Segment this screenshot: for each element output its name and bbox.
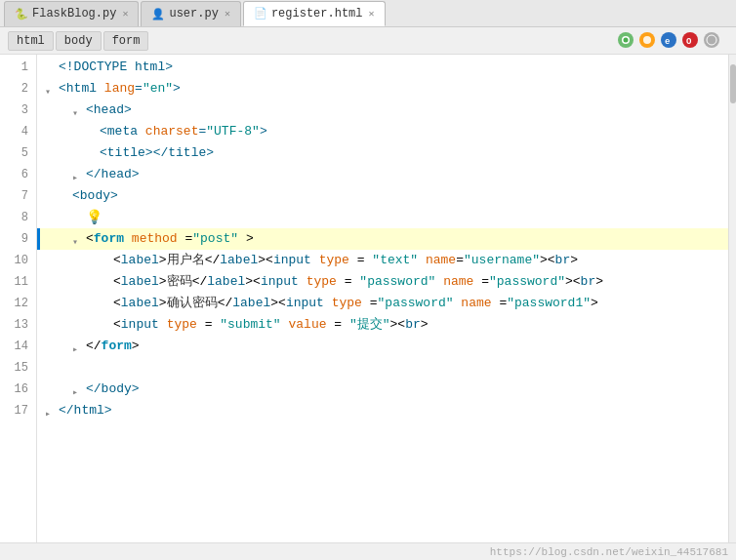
code-line-5: <title></title> [37,142,728,164]
svg-point-9 [704,32,719,48]
line1-content: <!DOCTYPE html> [59,57,173,78]
scrollbar[interactable] [728,55,736,560]
line-num-6: 6 [0,164,28,185]
line-num-8: 8 [0,207,28,228]
line5-content: <title></title> [100,142,214,164]
fold-arrow-9[interactable]: ▾ [72,232,86,246]
code-line-10: <label>用户名</label><input type = "text" n… [37,250,728,271]
line-num-1: 1 [0,57,28,78]
line-num-3: 3 [0,100,28,121]
firefox-icon [638,31,656,49]
tab-register-label: register.html [271,7,363,20]
chrome-icon [617,31,634,49]
code-line-11: <label>密码</label><input type = "password… [37,271,728,293]
fold-arrow-16[interactable]: ▸ [72,382,86,396]
line-num-13: 13 [0,314,28,336]
line16-content: </body> [86,379,140,400]
line-numbers: 1 2 3 4 5 6 7 8 9 10 11 12 13 14 15 16 1… [0,55,37,560]
breadcrumb-body[interactable]: body [56,31,102,51]
line-num-2: 2 [0,78,28,100]
line-num-10: 10 [0,250,28,271]
code-line-2: ▾ <html lang="en"> [37,78,728,100]
tab-flaskblog[interactable]: 🐍 FlaskBlog.py ✕ [4,1,139,26]
code-line-1: <!DOCTYPE html> [37,57,728,78]
bottom-url: https://blog.csdn.net/weixin_44517681 [490,546,728,558]
line-num-9: 9 [0,228,28,250]
editor-main: 1 2 3 4 5 6 7 8 9 10 11 12 13 14 15 16 1… [0,55,736,560]
line-num-16: 16 [0,379,28,400]
python-icon-2: 👤 [151,8,165,20]
line17-content: </html> [59,400,112,421]
fold-arrow-3[interactable]: ▾ [72,103,86,117]
tab-user-close[interactable]: ✕ [225,8,230,20]
fold-arrow-14[interactable]: ▸ [72,340,86,353]
line12-content: <label>确认密码</label><input type ="passwor… [113,293,598,314]
code-line-8: 💡 [37,207,728,228]
fold-arrow-2[interactable]: ▾ [45,82,59,96]
tab-user[interactable]: 👤 user.py ✕ [141,1,240,26]
line7-content: <body> [72,185,118,207]
line14-content: </form> [86,336,140,357]
code-line-15 [37,357,728,379]
fold-arrow-6[interactable]: ▸ [72,168,86,181]
code-line-12: <label>确认密码</label><input type ="passwor… [37,293,728,314]
code-line-6: ▸ </head> [37,164,728,185]
fold-arrow-17[interactable]: ▸ [45,404,59,418]
scroll-thumb [730,64,736,103]
code-line-3: ▾ <head> [37,100,728,121]
code-line-16: ▸ </body> [37,379,728,400]
line-num-17: 17 [0,400,28,421]
line11-content: <label>密码</label><input type = "password… [113,271,603,293]
code-line-7: <body> [37,185,728,207]
breadcrumb-form[interactable]: form [103,31,149,51]
line-num-7: 7 [0,185,28,207]
line3-content: <head> [86,100,132,121]
line9-content: <form method ="post" > [86,228,254,250]
browser-icons-area: e O [617,31,720,49]
svg-text:O: O [686,37,692,47]
line-num-11: 11 [0,271,28,293]
active-line-bar [37,228,40,250]
code-line-17: ▸ </html> [37,400,728,421]
svg-text:e: e [665,37,670,47]
tab-flaskblog-label: FlaskBlog.py [32,7,116,20]
tab-bar: 🐍 FlaskBlog.py ✕ 👤 user.py ✕ 📄 register.… [0,0,736,27]
line-num-15: 15 [0,357,28,379]
code-line-9: ▾ <form method ="post" > [37,228,728,250]
line6-content: </head> [86,164,140,185]
line-num-5: 5 [0,142,28,164]
line-num-4: 4 [0,121,28,142]
svg-point-4 [643,36,651,44]
line-num-14: 14 [0,336,28,357]
line-num-12: 12 [0,293,28,314]
breadcrumb-html[interactable]: html [8,31,54,51]
lightbulb-icon: 💡 [86,207,102,228]
code-editor[interactable]: <!DOCTYPE html> ▾ <html lang="en"> ▾ <he… [37,55,728,560]
svg-point-2 [624,38,629,43]
code-line-14: ▸ </form> [37,336,728,357]
ie-icon: e [660,31,677,49]
code-line-13: <input type = "submit" value = "提交"><br> [37,314,728,336]
html-icon: 📄 [254,7,267,20]
tab-register[interactable]: 📄 register.html ✕ [243,1,386,26]
tab-user-label: user.py [169,7,218,20]
opera-icon: O [681,31,699,49]
tab-register-close[interactable]: ✕ [369,8,375,20]
bottom-status-bar: https://blog.csdn.net/weixin_44517681 [0,542,736,560]
line10-content: <label>用户名</label><input type = "text" n… [113,250,578,271]
line2-content: <html lang="en"> [59,78,181,100]
line13-content: <input type = "submit" value = "提交"><br> [113,314,429,336]
code-line-4: <meta charset="UTF-8"> [37,121,728,142]
tab-flaskblog-close[interactable]: ✕ [122,8,128,20]
safari-icon [703,31,720,49]
python-icon: 🐍 [15,8,28,20]
line4-content: <meta charset="UTF-8"> [100,121,267,142]
